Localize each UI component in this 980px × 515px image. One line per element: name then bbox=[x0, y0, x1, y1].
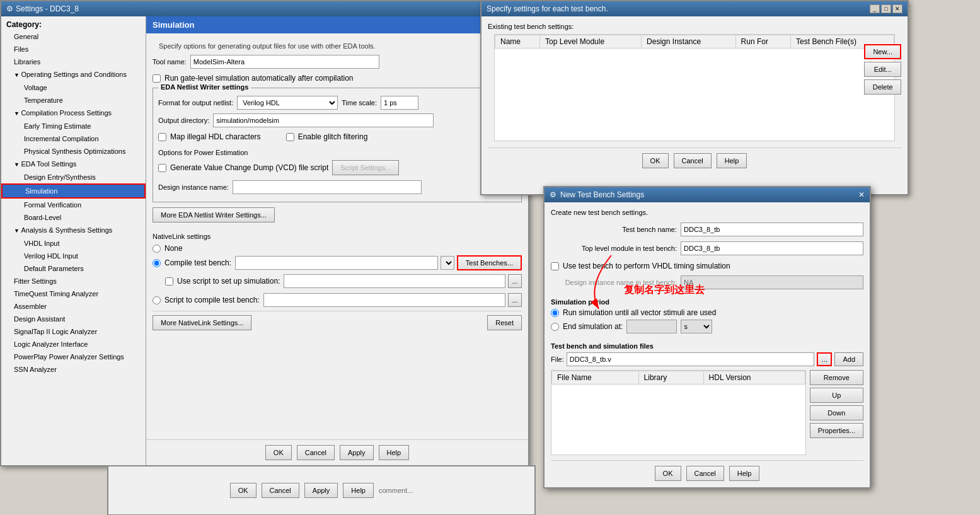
sidebar-item-board-level[interactable]: Board-Level bbox=[1, 211, 146, 224]
sidebar-item-design-entry[interactable]: Design Entry/Synthesis bbox=[1, 171, 146, 183]
remove-file-button[interactable]: Remove bbox=[810, 370, 863, 385]
file-browse-button[interactable]: ... bbox=[817, 352, 832, 366]
file-col-library: Library bbox=[638, 371, 703, 385]
down-file-button[interactable]: Down bbox=[810, 405, 863, 420]
up-file-button[interactable]: Up bbox=[810, 388, 863, 403]
map-illegal-checkbox[interactable] bbox=[158, 133, 166, 141]
second-help-button[interactable]: Help bbox=[343, 483, 374, 498]
file-col-hdl: HDL Version bbox=[703, 371, 805, 385]
second-apply-button[interactable]: Apply bbox=[304, 483, 338, 498]
sidebar-item-design-assistant[interactable]: Design Assistant bbox=[1, 313, 146, 325]
new-testbench-button[interactable]: New... bbox=[864, 44, 901, 59]
sidebar-item-signaltap[interactable]: SignalTap II Logic Analyzer bbox=[1, 325, 146, 338]
radio-none-row: None bbox=[153, 244, 522, 253]
end-sim-input[interactable] bbox=[626, 320, 677, 333]
sidebar-item-temperature[interactable]: Temperature bbox=[1, 94, 146, 107]
use-tb-checkbox[interactable] bbox=[551, 262, 559, 270]
nativelink-section: NativeLink settings None Compile test be… bbox=[153, 233, 522, 307]
top-level-module-input[interactable] bbox=[681, 241, 863, 255]
second-ok-button[interactable]: OK bbox=[230, 483, 257, 498]
sidebar-item-operating-settings[interactable]: Operating Settings and Conditions bbox=[1, 68, 146, 81]
tool-name-input[interactable] bbox=[190, 55, 379, 69]
sidebar-item-analysis-synthesis[interactable]: Analysis & Synthesis Settings bbox=[1, 224, 146, 237]
sidebar-item-verilog-input[interactable]: Verilog HDL Input bbox=[1, 250, 146, 262]
sidebar-item-files[interactable]: Files bbox=[1, 43, 146, 55]
sidebar-item-general[interactable]: General bbox=[1, 30, 146, 43]
sidebar-item-powerplay[interactable]: PowerPlay Power Analyzer Settings bbox=[1, 350, 146, 363]
sidebar-item-timequest[interactable]: TimeQuest Timing Analyzer bbox=[1, 287, 146, 300]
script-input[interactable] bbox=[263, 293, 505, 307]
apply-button[interactable]: Apply bbox=[340, 445, 374, 460]
design-instance-input[interactable] bbox=[233, 180, 422, 194]
help-button[interactable]: Help bbox=[379, 445, 410, 460]
use-script-input[interactable] bbox=[284, 274, 505, 288]
compile-testbench-input[interactable] bbox=[235, 256, 438, 270]
sidebar-item-ssn-analyzer[interactable]: SSN Analyzer bbox=[1, 363, 146, 376]
tb-list-close[interactable]: ✕ bbox=[892, 4, 902, 13]
reset-button[interactable]: Reset bbox=[487, 315, 522, 330]
new-tb-cancel-button[interactable]: Cancel bbox=[686, 466, 724, 481]
sidebar-item-eda-tool-settings[interactable]: EDA Tool Settings bbox=[1, 158, 146, 171]
run-until-radio[interactable] bbox=[551, 309, 559, 317]
files-table: File Name Library HDL Version bbox=[551, 371, 805, 385]
properties-file-button[interactable]: Properties... bbox=[810, 423, 863, 438]
ok-button[interactable]: OK bbox=[265, 445, 292, 460]
tb-name-input[interactable] bbox=[681, 223, 863, 236]
sidebar-item-logic-analyzer[interactable]: Logic Analyzer Interface bbox=[1, 338, 146, 350]
settings-titlebar: ⚙ Settings - DDC3_8 _ □ ✕ bbox=[1, 1, 528, 16]
timescale-input[interactable] bbox=[381, 96, 418, 110]
radio-compile[interactable] bbox=[153, 259, 161, 267]
new-tb-ok-button[interactable]: OK bbox=[655, 466, 681, 481]
sidebar-item-compilation-process[interactable]: Compilation Process Settings bbox=[1, 107, 146, 120]
radio-script[interactable] bbox=[153, 296, 161, 304]
testbench-list-dialog: Specify settings for each test bench. _ … bbox=[480, 0, 909, 195]
use-script-checkbox[interactable] bbox=[165, 277, 173, 286]
end-sim-radio[interactable] bbox=[551, 323, 559, 331]
tb-cancel-button[interactable]: Cancel bbox=[674, 153, 712, 168]
file-add-button[interactable]: Add bbox=[834, 352, 863, 366]
more-eda-button[interactable]: More EDA Netlist Writer Settings... bbox=[153, 207, 275, 223]
file-name-input[interactable] bbox=[567, 352, 815, 366]
compile-testbench-select[interactable] bbox=[441, 256, 454, 270]
radio-none[interactable] bbox=[153, 245, 161, 253]
tb-list-maximize[interactable]: □ bbox=[881, 4, 891, 13]
delete-testbench-button[interactable]: Delete bbox=[864, 79, 901, 95]
use-tb-label: Use test bench to perform VHDL timing si… bbox=[563, 262, 730, 270]
testbench-list-body: Existing test bench settings: Name Top L… bbox=[481, 16, 908, 175]
sidebar-item-early-timing[interactable]: Early Timing Estimate bbox=[1, 120, 146, 132]
sidebar-item-default-parameters[interactable]: Default Parameters bbox=[1, 262, 146, 275]
use-script-browse-button[interactable]: ... bbox=[508, 274, 522, 288]
sidebar-item-fitter-settings[interactable]: Fitter Settings bbox=[1, 275, 146, 287]
new-tb-close-button[interactable]: ✕ bbox=[858, 191, 865, 199]
output-dir-input[interactable] bbox=[213, 113, 434, 127]
testbench-list-controls[interactable]: _ □ ✕ bbox=[870, 4, 902, 13]
tb-list-minimize[interactable]: _ bbox=[870, 4, 880, 13]
second-cancel-button[interactable]: Cancel bbox=[262, 483, 299, 498]
more-nativelink-button[interactable]: More NativeLink Settings... bbox=[153, 315, 251, 330]
sidebar-item-vhdl-input[interactable]: VHDL Input bbox=[1, 237, 146, 250]
radio-compile-label: Compile test bench: bbox=[164, 258, 231, 267]
sidebar-item-libraries[interactable]: Libraries bbox=[1, 55, 146, 68]
test-benches-button[interactable]: Test Benches... bbox=[457, 255, 522, 270]
run-gate-level-label: Run gate-level simulation automatically … bbox=[164, 74, 353, 83]
tb-ok-button[interactable]: OK bbox=[642, 153, 669, 168]
sidebar-item-voltage[interactable]: Voltage bbox=[1, 81, 146, 94]
content-panel: Simulation Specify options for generatin… bbox=[146, 16, 528, 465]
script-settings-button[interactable]: Script Settings... bbox=[332, 160, 399, 175]
format-select[interactable]: Verilog HDL bbox=[237, 96, 338, 110]
new-tb-help-button[interactable]: Help bbox=[729, 466, 760, 481]
cancel-button[interactable]: Cancel bbox=[297, 445, 335, 460]
run-gate-level-checkbox[interactable] bbox=[153, 74, 161, 83]
sidebar-item-incremental-compilation[interactable]: Incremental Compilation bbox=[1, 132, 146, 145]
end-sim-unit-select[interactable]: s bbox=[681, 320, 712, 333]
sidebar-item-formal-verification[interactable]: Formal Verification bbox=[1, 199, 146, 211]
sidebar-item-simulation[interactable]: Simulation bbox=[1, 183, 146, 199]
script-browse-button[interactable]: ... bbox=[508, 293, 522, 307]
tb-help-button[interactable]: Help bbox=[717, 153, 747, 168]
edit-testbench-button[interactable]: Edit... bbox=[864, 62, 901, 77]
generate-vcd-checkbox[interactable] bbox=[158, 164, 166, 172]
sidebar-item-assembler[interactable]: Assembler bbox=[1, 300, 146, 313]
sidebar-item-physical-synthesis[interactable]: Physical Synthesis Optimizations bbox=[1, 145, 146, 158]
design-instance-tb-input[interactable] bbox=[681, 275, 863, 289]
enable-glitch-checkbox[interactable] bbox=[286, 133, 294, 141]
